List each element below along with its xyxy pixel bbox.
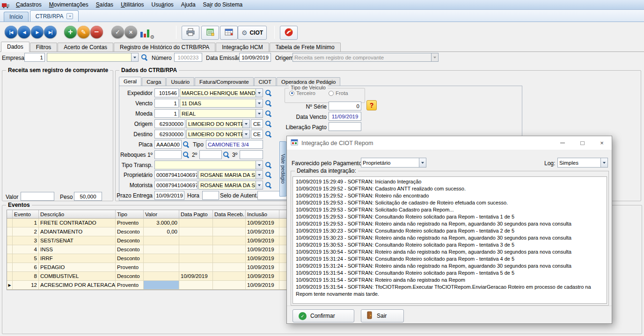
grid-cell[interactable]: 12 (13, 281, 39, 290)
grid-header-cell[interactable]: Data Receb. (213, 210, 246, 219)
vencto-code-field[interactable]: 1 (154, 99, 179, 108)
print-button[interactable] (182, 26, 199, 40)
radio-terceiro[interactable]: Terceiro (289, 90, 315, 96)
grid-cell[interactable] (179, 254, 213, 263)
menu-item-ajuda[interactable]: Ajuda (177, 0, 199, 9)
menu-item-utilitarios[interactable]: Utilitários (117, 0, 147, 9)
empresa-combo[interactable] (47, 53, 139, 62)
tab-vale-pedagio[interactable]: Vale pedágio (279, 141, 287, 197)
grid-cell[interactable]: 8 (13, 272, 39, 281)
previous-record-button[interactable]: ◀ (18, 26, 30, 38)
proprietario-combo[interactable]: ROSANE MARIA DA SILVA S (198, 170, 263, 179)
chevron-down-icon[interactable] (256, 161, 263, 169)
grid-cell[interactable] (179, 245, 213, 254)
grid-cell[interactable]: 10/09/2019 (246, 245, 279, 254)
grid-cell[interactable] (213, 219, 246, 227)
menu-item-sair-do-sistema[interactable]: Sair do Sistema (199, 0, 247, 9)
search-icon[interactable] (223, 151, 230, 158)
table-row[interactable]: 8COMBUSTIVELDesconto10/09/201910/09/2019 (7, 272, 287, 281)
grid-cell[interactable]: Desconto (116, 254, 144, 263)
chevron-down-icon[interactable] (256, 99, 263, 107)
grid-cell[interactable]: 4 (13, 245, 39, 254)
grid-cell[interactable]: ACRESCIMO POR ALTERACAC (39, 281, 116, 290)
motorista-combo[interactable]: ROSANE MARIA DA SILVA S (198, 181, 263, 190)
grid-cell[interactable]: 3 (13, 236, 39, 245)
grid-cell[interactable]: Provento (116, 263, 144, 272)
add-record-button[interactable]: + (64, 26, 77, 38)
next-record-button[interactable]: ▶ (31, 26, 44, 38)
grid-cell[interactable]: 1 (13, 219, 39, 227)
search-icon[interactable] (265, 120, 272, 127)
grid-cell[interactable]: Provento (116, 281, 144, 290)
search-icon[interactable] (265, 89, 272, 96)
confirm-record-button[interactable]: ✓ (111, 26, 124, 38)
grid-cell[interactable] (144, 245, 179, 254)
numero-field[interactable]: 1000233 (174, 53, 202, 62)
geral-origem-combo[interactable]: LIMOEIRO DO NORTE (186, 119, 250, 128)
grid-cell[interactable]: 10/09/2019 (246, 219, 279, 227)
grid-header-cell[interactable]: Inclusão (246, 210, 279, 219)
nserie-field[interactable]: 0 (329, 102, 361, 110)
ctrb-tab-fatura-comprovante[interactable]: Fatura/Comprovante (195, 77, 253, 86)
cancel-record-button[interactable]: × (124, 26, 137, 38)
tab-acerto-de-contas[interactable]: Acerto de Contas (58, 43, 113, 51)
prazo-entrega-field[interactable]: 10/09/2019 (154, 191, 184, 200)
grid-cell[interactable]: 6 (13, 263, 39, 272)
search-icon[interactable] (265, 110, 272, 117)
chevron-down-icon[interactable] (242, 130, 249, 138)
grid-cell[interactable]: COMBUSTIVEL (39, 272, 116, 281)
search-icon[interactable] (265, 182, 272, 189)
grid-cell[interactable]: 5 (13, 254, 39, 263)
search-icon[interactable] (265, 100, 272, 107)
grid-cell[interactable]: IRRF (39, 254, 116, 263)
moeda-code-field[interactable]: 1 (154, 109, 179, 118)
search-icon[interactable] (265, 161, 272, 168)
grid-cell[interactable] (179, 219, 213, 227)
minimize-button[interactable] (553, 136, 572, 150)
chevron-down-icon[interactable] (242, 120, 249, 128)
grid-cell[interactable]: 10/09/2019 (246, 263, 279, 272)
log-combo[interactable]: Simples (557, 158, 608, 168)
grid-cell[interactable] (213, 263, 246, 272)
tab-integracao-hcm[interactable]: Integração HCM (216, 43, 269, 51)
chevron-down-icon[interactable] (131, 53, 138, 61)
table-row[interactable]: 6PEDAGIOProvento10/09/2019 (7, 263, 287, 272)
grid-cell[interactable]: Desconto (116, 227, 144, 236)
reboque3-field[interactable] (240, 150, 263, 159)
tipo-veiculo-field[interactable]: CAMIONETE 3/4 (206, 140, 263, 149)
placa-field[interactable]: AAA0A00 (154, 140, 182, 149)
window-tab-ctrb-rpa[interactable]: CTRB/RPA× (30, 10, 79, 22)
vencto-combo[interactable]: 11 DIAS (180, 99, 263, 108)
grid-cell[interactable] (213, 227, 246, 236)
grid-header-cell[interactable]: Valor (144, 210, 179, 219)
integration-log[interactable]: 10/09/2019 15:29:49 - SOFTRAN: Iniciando… (293, 176, 607, 304)
dialog-title-bar[interactable]: Integração de CIOT Repom × (287, 136, 612, 150)
grid-cell[interactable]: 10/09/2019 (246, 272, 279, 281)
grid-view-button[interactable] (220, 26, 238, 40)
tab-dados[interactable]: Dados (1, 42, 29, 52)
grid-cell[interactable] (213, 272, 246, 281)
grid-cell[interactable]: Desconto (116, 272, 144, 281)
grid-cell[interactable]: ADIANTAMENTO (39, 227, 116, 236)
grid-cell[interactable] (144, 263, 179, 272)
grid-cell[interactable] (144, 254, 179, 263)
chevron-down-icon[interactable] (256, 89, 263, 97)
ctrb-tab-geral[interactable]: Geral (119, 77, 141, 86)
tab-filtros[interactable]: Filtros (30, 43, 58, 51)
grid-cell[interactable] (179, 263, 213, 272)
valor-field[interactable] (21, 192, 54, 201)
grid-cell[interactable]: FRETE CONTRATADO (39, 219, 116, 227)
repom-button[interactable] (280, 26, 298, 40)
menu-item-cadastros[interactable]: Cadastros (12, 0, 45, 9)
origem-combo[interactable]: Receita sem registro de comprovante (293, 53, 439, 62)
grid-cell[interactable] (179, 236, 213, 245)
chart-button[interactable]: ⚙ (139, 26, 153, 39)
confirmar-button[interactable]: ✓ Confirmar (293, 309, 354, 322)
grid-cell[interactable]: 3.000,00 (144, 219, 179, 227)
grid-cell[interactable]: Desconto (116, 245, 144, 254)
geral-origem-code-field[interactable]: 62930000 (154, 119, 185, 128)
search-icon[interactable] (265, 171, 272, 178)
grid-header-cell[interactable]: Tipo (116, 210, 144, 219)
chevron-down-icon[interactable] (256, 171, 263, 179)
grid-cell[interactable] (213, 236, 246, 245)
